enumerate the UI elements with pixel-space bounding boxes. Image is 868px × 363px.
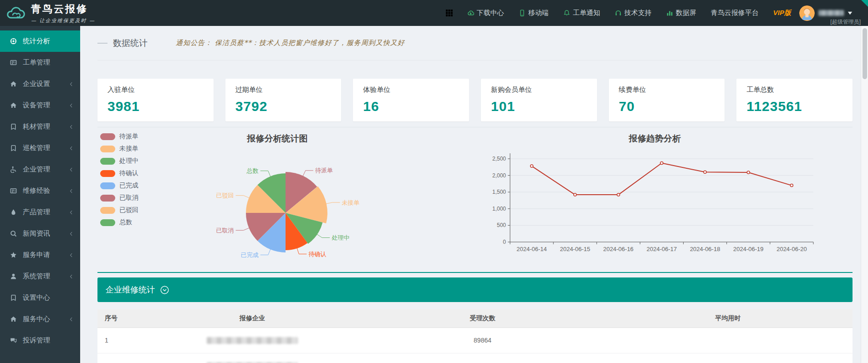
- scrollbar-thumb[interactable]: [863, 28, 867, 79]
- data-point-6[interactable]: [790, 184, 793, 187]
- sidebar-item-inspection[interactable]: 巡检管理: [0, 137, 80, 159]
- notice-text: 保洁员蔡**：技术人员把窗户维修好了，服务周到又快又好: [215, 39, 405, 47]
- main-content: 数据统计 通知公告： 保洁员蔡**：技术人员把窗户维修好了，服务周到又快又好 入…: [80, 26, 861, 363]
- sidebar-item-company-settings[interactable]: 企业设置: [0, 73, 80, 95]
- sidebar-item-devices[interactable]: 设备管理: [0, 95, 80, 116]
- sidebar-item-label: 工单管理: [23, 58, 50, 67]
- data-point-5[interactable]: [747, 171, 750, 174]
- caret-down-icon[interactable]: [848, 11, 853, 15]
- data-point-3[interactable]: [660, 162, 663, 165]
- page-header-row: 数据统计 通知公告： 保洁员蔡**：技术人员把窗户维修好了，服务周到又快又好: [97, 26, 853, 60]
- y-tick-label: 1,000: [492, 206, 506, 212]
- cell-count: 89864: [362, 328, 603, 353]
- table-header-cell: 序号: [97, 309, 143, 328]
- nav-data-screen-label: 数据屏: [676, 9, 696, 17]
- stat-card-label: 新购会员单位: [491, 86, 587, 94]
- sidebar-item-label: 服务申请: [23, 251, 50, 259]
- nav-download-center[interactable]: 下载中心: [467, 9, 504, 17]
- nav-tech-support-label: 技术支持: [624, 9, 652, 17]
- cell-no: 1: [97, 328, 143, 353]
- top-header: 青鸟云报修 — 让企业维保更及时 — 下载中心移动端工单通知技术支持数据屏青鸟云…: [0, 0, 868, 26]
- headset-icon: [615, 10, 622, 16]
- pie-chart[interactable]: 待派单未接单处理中待确认已完成已取消已驳回总数: [97, 127, 457, 272]
- x-tick-label: 2024-06-14: [516, 246, 547, 252]
- sidebar-item-news[interactable]: 新闻资讯: [0, 223, 80, 244]
- avatar[interactable]: [799, 5, 815, 21]
- chevron-left-icon: [69, 125, 74, 129]
- nav-download-center-label: 下载中心: [477, 9, 504, 17]
- repair-stats-banner: 企业维修统计: [97, 277, 853, 302]
- sidebar-item-products[interactable]: 产品管理: [0, 202, 80, 223]
- sidebar-item-label: 服务中心: [23, 315, 50, 323]
- stat-card-label: 体验单位: [363, 86, 459, 94]
- nav-mobile[interactable]: 移动端: [519, 9, 549, 17]
- sidebar-item-label: 统计分析: [23, 37, 50, 45]
- grid-icon: [446, 10, 453, 16]
- chevron-left-icon: [69, 317, 74, 322]
- sidebar-item-label: 维修经验: [23, 187, 50, 195]
- sidebar-item-service-center[interactable]: 服务中心: [0, 308, 80, 330]
- dashboard-icon: [10, 38, 17, 45]
- pie-label: 已取消: [216, 227, 234, 234]
- chevron-left-icon: [69, 103, 74, 108]
- nav-data-screen[interactable]: 数据屏: [666, 9, 696, 17]
- table-row: 1 89864: [97, 328, 853, 353]
- list-icon: [10, 187, 17, 194]
- stat-cards-row: 入驻单位 3981过期单位 3792体验单位 16新购会员单位 101续费单位 …: [97, 79, 853, 121]
- chevron-left-icon: [69, 232, 74, 236]
- table-header-cell: 平均用时: [603, 309, 853, 328]
- sidebar-item-stats[interactable]: 统计分析: [0, 30, 80, 52]
- star-icon: [10, 252, 17, 258]
- pie-label: 待确认: [308, 251, 326, 257]
- chevron-down-circle-icon[interactable]: [160, 286, 169, 294]
- nav-vip[interactable]: VIP版: [773, 9, 791, 17]
- vertical-scrollbar[interactable]: [861, 26, 868, 363]
- sidebar-item-label: 系统管理: [23, 272, 50, 281]
- nav-mobile-label: 移动端: [528, 9, 549, 17]
- chevron-left-icon: [69, 189, 74, 193]
- nav-platform[interactable]: 青鸟云报修平台: [711, 9, 759, 17]
- stat-card-value: 3981: [107, 99, 204, 114]
- sidebar-item-workorders[interactable]: 工单管理: [0, 52, 80, 73]
- sidebar-item-service-apply[interactable]: 服务申请: [0, 244, 80, 266]
- pie-label: 待派单: [315, 167, 333, 174]
- sidebar-item-settings-center[interactable]: 设置中心: [0, 287, 80, 308]
- data-point-0[interactable]: [531, 165, 533, 167]
- sidebar-item-system[interactable]: 系统管理: [0, 266, 80, 287]
- logo-cloud-icon: [5, 6, 26, 20]
- repair-stats-title: 企业维修统计: [106, 284, 155, 295]
- pie-label: 已驳回: [216, 192, 234, 199]
- data-point-1[interactable]: [574, 193, 577, 196]
- drop-icon: [10, 209, 17, 216]
- sidebar-item-enterprise[interactable]: 企业管理: [0, 159, 80, 180]
- nav-workorder-notice[interactable]: 工单通知: [563, 9, 600, 17]
- data-point-4[interactable]: [704, 171, 706, 173]
- bookmark-icon: [10, 294, 17, 301]
- sidebar-item-label: 投诉管理: [23, 336, 50, 345]
- bell-icon: [563, 10, 570, 16]
- cell-avg-time: [603, 328, 853, 353]
- nav-workorder-notice-label: 工单通知: [573, 9, 600, 17]
- stat-card-value: 16: [363, 99, 459, 114]
- pie-label: 已完成: [241, 252, 259, 258]
- data-point-2[interactable]: [617, 193, 620, 196]
- sidebar-item-complaints[interactable]: 投诉管理: [0, 330, 80, 351]
- stat-card-label: 过期单位: [235, 86, 332, 94]
- app-title: 青鸟云报修: [31, 2, 95, 16]
- sidebar-item-consumables[interactable]: 耗材管理: [0, 116, 80, 137]
- line-chart[interactable]: 2,5002,0001,5001,00050002024-06-142024-0…: [457, 146, 852, 268]
- cell-no: 2: [97, 353, 143, 363]
- chevron-left-icon: [69, 274, 74, 279]
- nav-tech-support[interactable]: 技术支持: [615, 9, 652, 17]
- stat-card-value: 70: [619, 99, 715, 114]
- pie-label: 未接单: [342, 199, 360, 206]
- chevron-left-icon: [69, 253, 74, 257]
- cell-count: 50536: [362, 353, 603, 363]
- x-tick-label: 2024-06-15: [560, 246, 590, 252]
- cell-company: [143, 353, 362, 363]
- stat-card-value: 1123561: [746, 99, 842, 114]
- nav-apps[interactable]: [446, 10, 453, 16]
- stat-card-0: 入驻单位 3981: [97, 79, 214, 121]
- sidebar-item-repair-experience[interactable]: 维修经验: [0, 180, 80, 202]
- y-tick-label: 500: [497, 222, 506, 228]
